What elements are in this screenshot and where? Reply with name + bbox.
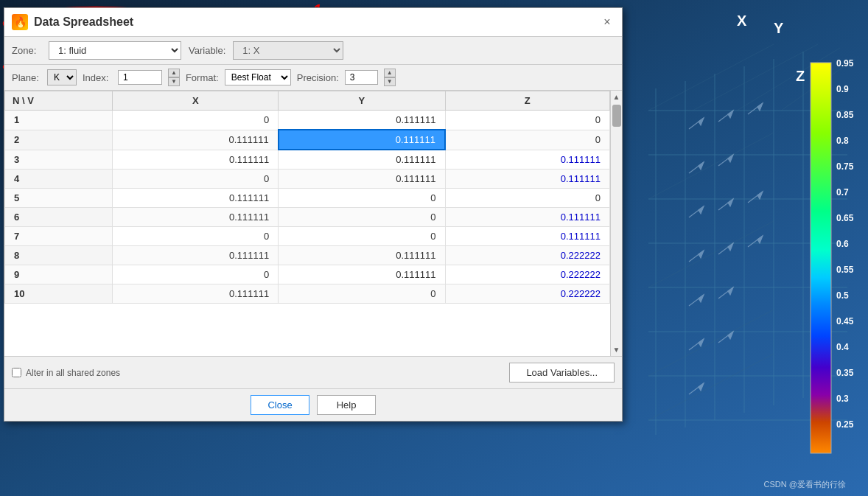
cell-n[interactable]: 10 xyxy=(5,284,113,304)
svg-text:0.9: 0.9 xyxy=(836,84,849,94)
svg-text:0.85: 0.85 xyxy=(836,110,854,120)
zone-label: Zone: xyxy=(12,45,41,56)
index-label: Index: xyxy=(83,72,112,83)
table-row: 100.11111100.222222 xyxy=(5,284,610,304)
precision-spinner[interactable]: ▲ ▼ xyxy=(384,69,396,86)
cell-z[interactable]: 0.111111 xyxy=(445,208,610,227)
precision-input[interactable] xyxy=(345,70,378,85)
cell-z[interactable]: 0.222222 xyxy=(445,246,610,265)
cell-z[interactable]: 0 xyxy=(445,111,610,130)
table-row: 50.11111100 xyxy=(5,189,610,208)
cell-y[interactable]: 0.111111 xyxy=(279,246,445,265)
cell-x[interactable]: 0 xyxy=(113,170,279,189)
svg-text:0.45: 0.45 xyxy=(836,316,854,326)
cell-y[interactable]: 0.111111 xyxy=(279,130,445,150)
cell-n[interactable]: 4 xyxy=(5,170,113,189)
plane-label: Plane: xyxy=(12,72,41,83)
close-window-button[interactable]: × xyxy=(600,15,615,29)
alter-shared-checkbox[interactable] xyxy=(12,368,21,377)
cell-z[interactable]: 0.111111 xyxy=(445,170,610,189)
table-header-row: N \ V X Y Z xyxy=(5,91,610,111)
variable-select[interactable]: 1: X xyxy=(233,41,343,60)
table-row: 100.1111110 xyxy=(5,111,610,130)
index-spinner[interactable]: ▲ ▼ xyxy=(168,69,180,86)
index-spin-down[interactable]: ▼ xyxy=(168,77,180,86)
table-row: 900.1111110.222222 xyxy=(5,265,610,284)
cell-x[interactable]: 0.111111 xyxy=(113,150,279,170)
scroll-down-arrow[interactable]: ▼ xyxy=(611,343,622,356)
scroll-up-arrow[interactable]: ▲ xyxy=(611,91,622,103)
dialog-title: Data Spreadsheet xyxy=(34,15,133,29)
zone-select[interactable]: 1: fluid xyxy=(49,41,181,60)
alter-shared-text: Alter in all shared zones xyxy=(26,368,120,378)
svg-text:0.95: 0.95 xyxy=(836,58,854,69)
cell-n[interactable]: 1 xyxy=(5,111,113,130)
cell-x[interactable]: 0.111111 xyxy=(113,284,279,304)
col-header-n: N \ V xyxy=(5,91,113,111)
format-label: Format: xyxy=(186,72,219,83)
col-header-y: Y xyxy=(279,91,445,111)
index-input[interactable] xyxy=(118,70,162,85)
precision-spin-up[interactable]: ▲ xyxy=(384,69,396,77)
variable-label: Variable: xyxy=(189,45,225,56)
table-row: 400.1111110.111111 xyxy=(5,170,610,189)
scroll-thumb[interactable] xyxy=(612,105,621,127)
footer-row: Alter in all shared zones Load Variables… xyxy=(4,356,622,388)
table-row: 80.1111110.1111110.222222 xyxy=(5,246,610,265)
table-row: 20.1111110.1111110 xyxy=(5,130,610,150)
cell-x[interactable]: 0.111111 xyxy=(113,130,279,150)
cell-x[interactable]: 0 xyxy=(113,265,279,284)
app-icon: 🔥 xyxy=(12,14,28,30)
cell-x[interactable]: 0 xyxy=(113,227,279,246)
watermark: CSDN @爱看书的行徐 xyxy=(764,479,846,490)
cell-x[interactable]: 0.111111 xyxy=(113,246,279,265)
close-button[interactable]: Close xyxy=(251,395,309,415)
cell-n[interactable]: 5 xyxy=(5,189,113,208)
svg-text:0.3: 0.3 xyxy=(836,394,849,404)
data-table: N \ V X Y Z 100.111111020.1111110.111111… xyxy=(4,91,610,304)
cell-n[interactable]: 6 xyxy=(5,208,113,227)
cell-z[interactable]: 0 xyxy=(445,189,610,208)
cell-x[interactable]: 0 xyxy=(113,111,279,130)
col-header-z: Z xyxy=(445,91,610,111)
svg-text:Y: Y xyxy=(774,20,784,36)
plane-select[interactable]: K xyxy=(47,69,77,85)
cell-y[interactable]: 0.111111 xyxy=(279,111,445,130)
format-select[interactable]: Best Float xyxy=(225,69,291,85)
cell-z[interactable]: 0 xyxy=(445,130,610,150)
cell-z[interactable]: 0.111111 xyxy=(445,227,610,246)
load-variables-button[interactable]: Load Variables... xyxy=(509,363,615,383)
index-spin-up[interactable]: ▲ xyxy=(168,69,180,77)
cell-n[interactable]: 7 xyxy=(5,227,113,246)
cell-x[interactable]: 0.111111 xyxy=(113,208,279,227)
svg-text:0.6: 0.6 xyxy=(836,239,849,249)
cell-y[interactable]: 0.111111 xyxy=(279,150,445,170)
svg-text:Z: Z xyxy=(796,68,805,84)
svg-text:0.4: 0.4 xyxy=(836,342,849,352)
svg-text:0.65: 0.65 xyxy=(836,213,854,223)
cell-y[interactable]: 0 xyxy=(279,208,445,227)
cell-n[interactable]: 3 xyxy=(5,150,113,170)
cell-z[interactable]: 0.222222 xyxy=(445,265,610,284)
plane-row: Plane: K Index: ▲ ▼ Format: Best Float P… xyxy=(4,65,622,91)
svg-text:0.8: 0.8 xyxy=(836,136,849,146)
cell-x[interactable]: 0.111111 xyxy=(113,189,279,208)
svg-rect-23 xyxy=(811,63,831,453)
svg-text:0.75: 0.75 xyxy=(836,161,854,172)
cell-n[interactable]: 9 xyxy=(5,265,113,284)
table-scrollbar[interactable]: ▲ ▼ xyxy=(610,91,622,356)
buttons-row: Close Help xyxy=(4,388,622,421)
cell-z[interactable]: 0.111111 xyxy=(445,150,610,170)
cell-y[interactable]: 0.111111 xyxy=(279,170,445,189)
data-spreadsheet-dialog: 🔥 Data Spreadsheet × Zone: 1: fluid Vari… xyxy=(4,7,623,422)
cell-z[interactable]: 0.222222 xyxy=(445,284,610,304)
cell-y[interactable]: 0 xyxy=(279,189,445,208)
alter-shared-label[interactable]: Alter in all shared zones xyxy=(12,368,120,378)
cell-y[interactable]: 0 xyxy=(279,227,445,246)
help-button[interactable]: Help xyxy=(317,395,376,415)
cell-y[interactable]: 0.111111 xyxy=(279,265,445,284)
cell-n[interactable]: 2 xyxy=(5,130,113,150)
precision-spin-down[interactable]: ▼ xyxy=(384,77,396,86)
cell-y[interactable]: 0 xyxy=(279,284,445,304)
cell-n[interactable]: 8 xyxy=(5,246,113,265)
